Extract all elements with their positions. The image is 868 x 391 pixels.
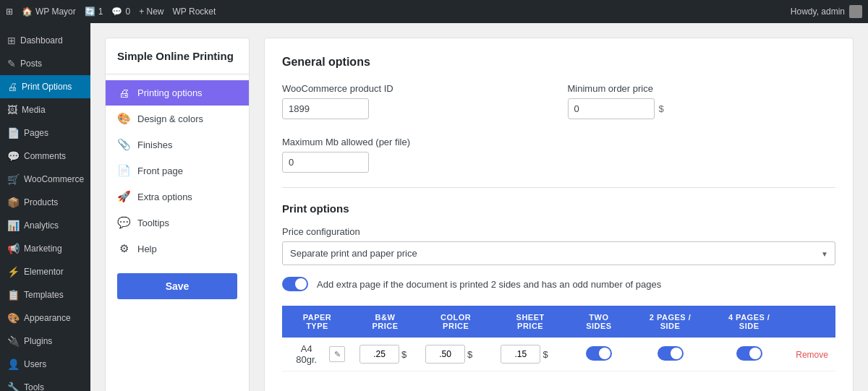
sheet-price-input[interactable]: [501, 345, 540, 364]
tools-icon: 🔧: [7, 382, 20, 391]
finishes-icon: 📎: [117, 138, 130, 151]
sidebar-item-dashboard[interactable]: ⊞Dashboard: [0, 29, 90, 52]
templates-icon: 📋: [7, 289, 20, 301]
col-2-pages: 2 PAGES / SIDE: [631, 306, 710, 338]
sheet-currency: $: [542, 349, 548, 360]
sidebar-item-products[interactable]: 📦Products: [0, 191, 90, 214]
elementor-icon: ⚡: [7, 266, 20, 278]
settings-panel: General options WooCommerce product ID M…: [264, 38, 854, 391]
subnav-label-help: Help: [137, 244, 157, 254]
color-price-input[interactable]: [425, 345, 465, 364]
sidebar-item-posts[interactable]: ✎Posts: [0, 52, 90, 75]
paper-type-cell: A4 80gr. ✎: [282, 338, 352, 371]
sidebar-item-print-options[interactable]: 🖨Print Options: [0, 75, 90, 98]
sidebar-label-templates: Templates: [24, 290, 64, 300]
bw-price-input[interactable]: [359, 345, 399, 364]
col-paper-type: PAPER TYPE: [282, 306, 352, 338]
max-mb-input[interactable]: [282, 152, 369, 173]
col-color-price: COLOR PRICE: [418, 306, 493, 338]
appearance-icon: 🎨: [7, 312, 20, 324]
wp-logo[interactable]: ⊞: [6, 7, 13, 17]
two-sides-toggle[interactable]: [586, 346, 612, 361]
sidebar-item-pages[interactable]: 📄Pages: [0, 121, 90, 145]
extra-page-label: Add extra page if the document is printe…: [317, 279, 661, 290]
wp-rocket-item[interactable]: WP Rocket: [173, 7, 216, 17]
sidebar-label-users: Users: [24, 359, 46, 369]
subnav-label-tooltips: Tooltips: [137, 218, 169, 228]
max-mb-label: Maximum Mb allowed (per file): [282, 137, 835, 147]
sidebar-item-users[interactable]: 👤Users: [0, 353, 90, 376]
sidebar-label-analytics: Analytics: [24, 220, 59, 231]
subnav-item-printing-options[interactable]: 🖨Printing options: [106, 80, 249, 106]
subnav-item-design-colors[interactable]: 🎨Design & colors: [106, 106, 249, 132]
user-menu[interactable]: Howdy, admin: [791, 5, 862, 18]
printing-options-icon: 🖨: [117, 87, 130, 99]
subnav-item-finishes[interactable]: 📎Finishes: [106, 132, 249, 158]
sub-nav-title: Simple Online Printing: [106, 50, 249, 74]
sidebar-label-posts: Posts: [20, 59, 42, 69]
sidebar-label-dashboard: Dashboard: [20, 35, 63, 46]
main-content-area: Simple Online Printing 🖨Printing options…: [90, 23, 868, 391]
analytics-icon: 📊: [7, 220, 20, 231]
updates-item[interactable]: 🔄 1: [85, 7, 103, 17]
sidebar-label-marketing: Marketing: [24, 244, 62, 254]
sidebar-label-woocommerce: WooCommerce: [24, 174, 84, 184]
sidebar-item-elementor[interactable]: ⚡Elementor: [0, 260, 90, 283]
remove-button[interactable]: Remove: [796, 350, 828, 360]
sidebar-item-media[interactable]: 🖼Media: [0, 98, 90, 121]
subnav-item-tooltips[interactable]: 💬Tooltips: [106, 210, 249, 236]
extra-page-toggle[interactable]: [282, 277, 308, 291]
col-actions: [788, 306, 835, 338]
paper-name: A4 80gr.: [289, 343, 323, 365]
woocommerce-id-group: WooCommerce product ID: [282, 83, 550, 119]
sidebar-item-analytics[interactable]: 📊Analytics: [0, 214, 90, 237]
comments-item[interactable]: 💬 0: [111, 7, 130, 17]
2pages-toggle[interactable]: [658, 346, 684, 361]
sidebar-item-tools[interactable]: 🔧Tools: [0, 376, 90, 391]
new-item[interactable]: + New: [139, 7, 163, 17]
sidebar-label-tools: Tools: [24, 382, 44, 391]
min-order-input[interactable]: [568, 98, 655, 119]
sidebar-item-marketing[interactable]: 📢Marketing: [0, 237, 90, 260]
posts-icon: ✎: [7, 58, 16, 69]
save-button[interactable]: Save: [117, 273, 237, 299]
sidebar-label-print-options: Print Options: [22, 82, 72, 92]
comments-icon: 💬: [111, 7, 122, 17]
sidebar-label-elementor: Elementor: [24, 267, 64, 277]
sidebar-item-woocommerce[interactable]: 🛒WooCommerce: [0, 168, 90, 191]
subnav-label-front-page: Front page: [137, 166, 183, 176]
sidebar-label-pages: Pages: [24, 128, 48, 138]
sidebar-item-plugins[interactable]: 🔌Plugins: [0, 330, 90, 353]
comments-icon: 💬: [7, 150, 20, 162]
pages-icon: 📄: [7, 127, 20, 139]
marketing-icon: 📢: [7, 243, 20, 254]
4pages-toggle[interactable]: [736, 346, 762, 361]
min-order-currency: $: [659, 103, 664, 114]
extra-page-toggle-row: Add extra page if the document is printe…: [282, 277, 835, 291]
min-order-label: Minimum order price: [568, 83, 836, 94]
subnav-label-extra-options: Extra options: [137, 192, 192, 202]
tooltips-icon: 💬: [117, 216, 130, 229]
col-sheet-price: SHEET PRICE: [493, 306, 567, 338]
media-icon: 🖼: [7, 104, 17, 116]
col-bw-price: B&W PRICE: [352, 306, 418, 338]
subnav-label-design-colors: Design & colors: [137, 113, 203, 124]
sidebar-item-templates[interactable]: 📋Templates: [0, 283, 90, 306]
site-name[interactable]: 🏠 WP Mayor: [22, 7, 76, 17]
subnav-item-front-page[interactable]: 📄Front page: [106, 158, 249, 184]
max-mb-group: Maximum Mb allowed (per file): [282, 137, 835, 173]
dashboard-icon: ⊞: [7, 35, 16, 46]
sidebar-item-comments[interactable]: 💬Comments: [0, 145, 90, 168]
sidebar-item-appearance[interactable]: 🎨Appearance: [0, 306, 90, 330]
users-icon: 👤: [7, 358, 20, 370]
subnav-item-help[interactable]: ⚙Help: [106, 236, 249, 262]
table-header-row: PAPER TYPE B&W PRICE COLOR PRICE SHEET P…: [282, 306, 835, 338]
price-config-select[interactable]: Separate print and paper priceCombined p…: [282, 241, 835, 265]
print-options-icon: 🖨: [7, 81, 17, 93]
color-price-cell: $: [418, 338, 493, 371]
paper-edit-icon[interactable]: ✎: [329, 346, 345, 362]
sidebar-label-media: Media: [22, 105, 46, 115]
subnav-item-extra-options[interactable]: 🚀Extra options: [106, 184, 249, 210]
woocommerce-id-input[interactable]: [282, 98, 369, 119]
plugins-icon: 🔌: [7, 335, 20, 347]
